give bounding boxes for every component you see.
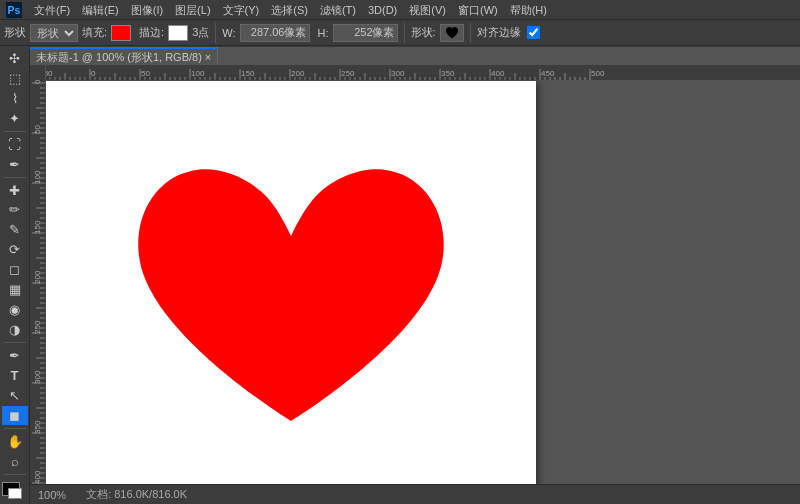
svg-text:Ps: Ps xyxy=(8,5,21,16)
align-edge-label: 对齐边缘 xyxy=(477,25,521,40)
separator-1 xyxy=(215,23,216,43)
path-select-tool[interactable]: ↖ xyxy=(2,386,28,405)
width-input[interactable] xyxy=(240,24,310,42)
fill-label: 填充: xyxy=(82,25,107,40)
tool-sep-1 xyxy=(4,131,26,132)
menu-bar: Ps 文件(F) 编辑(E) 图像(I) 图层(L) 文字(Y) 选择(S) 滤… xyxy=(0,0,800,20)
options-bar: 形状 形状 路径 像素 填充: 描边: 3点 W: H: 形状: 对齐边缘 xyxy=(0,20,800,46)
document-tab[interactable]: 未标题-1 @ 100% (形状1, RGB/8) × xyxy=(30,47,218,65)
status-bar: 100% 文档: 816.0K/816.0K xyxy=(30,484,800,504)
dodge-tool[interactable]: ◑ xyxy=(2,320,28,339)
document-title: 未标题-1 @ 100% (形状1, RGB/8) × xyxy=(36,50,211,65)
height-label: H: xyxy=(318,27,329,39)
menu-layer[interactable]: 图层(L) xyxy=(169,0,216,20)
hand-tool[interactable]: ✋ xyxy=(2,432,28,451)
align-edge-checkbox[interactable] xyxy=(527,26,540,39)
crop-tool[interactable]: ⛶ xyxy=(2,135,28,154)
zoom-tool[interactable]: ⌕ xyxy=(2,452,28,471)
menu-filter[interactable]: 滤镜(T) xyxy=(314,0,362,20)
separator-2 xyxy=(404,23,405,43)
menu-file[interactable]: 文件(F) xyxy=(28,0,76,20)
lasso-tool[interactable]: ⌇ xyxy=(2,89,28,108)
tool-sep-5 xyxy=(4,474,26,475)
wand-tool[interactable]: ✦ xyxy=(2,109,28,128)
separator-3 xyxy=(470,23,471,43)
points-label: 3点 xyxy=(192,25,209,40)
horizontal-ruler xyxy=(30,65,800,81)
fill-color-swatch[interactable] xyxy=(111,25,131,41)
eraser-tool[interactable]: ◻ xyxy=(2,260,28,279)
select-tool[interactable]: ⬚ xyxy=(2,69,28,88)
shape-picker-btn[interactable] xyxy=(440,24,464,42)
gradient-tool[interactable]: ▦ xyxy=(2,280,28,299)
main-layout: ✣ ⬚ ⌇ ✦ ⛶ ✒ ✚ ✏ ✎ ⟳ ◻ ▦ ◉ ◑ ✒ T ↖ ◼ ✋ ⌕ … xyxy=(0,47,800,504)
pen-tool[interactable]: ✒ xyxy=(2,346,28,365)
background-color[interactable] xyxy=(8,488,22,499)
menu-help[interactable]: 帮助(H) xyxy=(504,0,553,20)
eyedropper-tool[interactable]: ✒ xyxy=(2,155,28,174)
history-brush-tool[interactable]: ⟳ xyxy=(2,240,28,259)
brush-tool[interactable]: ✏ xyxy=(2,201,28,220)
heart-svg xyxy=(46,81,536,501)
stroke-color-swatch[interactable] xyxy=(168,25,188,41)
move-tool[interactable]: ✣ xyxy=(2,49,28,68)
canvas-area: 未标题-1 @ 100% (形状1, RGB/8) × 100% 文档: 816… xyxy=(30,47,800,504)
width-label: W: xyxy=(222,27,235,39)
menu-3d[interactable]: 3D(D) xyxy=(362,0,403,20)
text-tool[interactable]: T xyxy=(2,366,28,385)
menu-select[interactable]: 选择(S) xyxy=(265,0,314,20)
tool-sep-3 xyxy=(4,342,26,343)
stamp-tool[interactable]: ✎ xyxy=(2,220,28,239)
menu-view[interactable]: 视图(V) xyxy=(403,0,452,20)
zoom-level: 100% xyxy=(38,489,66,501)
healing-tool[interactable]: ✚ xyxy=(2,181,28,200)
tool-sep-4 xyxy=(4,428,26,429)
color-swatches xyxy=(2,482,28,504)
shape-mode-select[interactable]: 形状 路径 像素 xyxy=(30,24,78,42)
shape-tool[interactable]: ◼ xyxy=(2,406,28,425)
doc-size: 文档: 816.0K/816.0K xyxy=(86,487,187,502)
app-logo: Ps xyxy=(4,0,24,20)
menu-window[interactable]: 窗口(W) xyxy=(452,0,504,20)
document-canvas[interactable] xyxy=(46,81,536,501)
stroke-label: 描边: xyxy=(139,25,164,40)
menu-text[interactable]: 文字(Y) xyxy=(217,0,266,20)
height-input[interactable] xyxy=(333,24,398,42)
blur-tool[interactable]: ◉ xyxy=(2,300,28,319)
toolbar: ✣ ⬚ ⌇ ✦ ⛶ ✒ ✚ ✏ ✎ ⟳ ◻ ▦ ◉ ◑ ✒ T ↖ ◼ ✋ ⌕ xyxy=(0,47,30,504)
shape-label: 形状: xyxy=(411,25,436,40)
menu-image[interactable]: 图像(I) xyxy=(125,0,169,20)
tool-sep-2 xyxy=(4,177,26,178)
menu-edit[interactable]: 编辑(E) xyxy=(76,0,125,20)
vertical-ruler xyxy=(30,65,46,504)
shape-tool-label: 形状 xyxy=(4,25,26,40)
